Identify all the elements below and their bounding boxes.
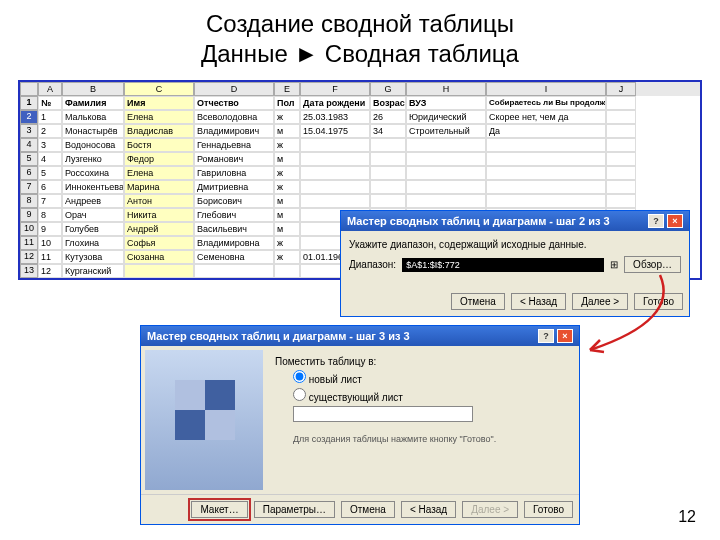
back-button[interactable]: < Назад [401, 501, 456, 518]
col-E[interactable]: E [274, 82, 300, 96]
destination-input[interactable] [293, 406, 473, 422]
table-row: 7 6 Иннокентьева Марина Дмитриевна ж [20, 180, 700, 194]
dialog-title-text: Мастер сводных таблиц и диаграмм - шаг 2… [347, 215, 610, 227]
dialog-titlebar[interactable]: Мастер сводных таблиц и диаграмм - шаг 2… [341, 211, 689, 231]
hint-text: Для создания таблицы нажмите кнопку "Гот… [293, 434, 571, 444]
col-F[interactable]: F [300, 82, 370, 96]
wizard-image [145, 350, 263, 490]
range-input[interactable]: $A$1:$I$:772 [402, 258, 604, 272]
params-button[interactable]: Параметры… [254, 501, 335, 518]
col-C[interactable]: C [124, 82, 194, 96]
next-button[interactable]: Далее > [572, 293, 628, 310]
browse-button[interactable]: Обзор… [624, 256, 681, 273]
column-header-row: A B C D E F G H I J [20, 82, 700, 96]
next-button[interactable]: Далее > [462, 501, 518, 518]
col-B[interactable]: B [62, 82, 124, 96]
finish-button[interactable]: Готово [634, 293, 683, 310]
dialog-titlebar[interactable]: Мастер сводных таблиц и диаграмм - шаг 3… [141, 326, 579, 346]
layout-button[interactable]: Макет… [191, 501, 247, 518]
close-icon[interactable]: × [557, 329, 573, 343]
table-row: 8 7 Андреев Антон Борисович м [20, 194, 700, 208]
col-H[interactable]: H [406, 82, 486, 96]
table-row: 3 2 Монастырёв Владислав Владимирович м … [20, 124, 700, 138]
table-row: 5 4 Лузгенко Федор Романович м [20, 152, 700, 166]
help-icon[interactable]: ? [538, 329, 554, 343]
header-row: 1 № Фамилия Имя Отчество Пол Дата рожден… [20, 96, 700, 110]
table-row: 2 1 Малькова Елена Всеволодовна ж 25.03.… [20, 110, 700, 124]
dialog-title-text: Мастер сводных таблиц и диаграмм - шаг 3… [147, 330, 410, 342]
col-D[interactable]: D [194, 82, 274, 96]
range-label: Диапазон: [349, 259, 396, 270]
radio-existing-sheet[interactable] [293, 388, 306, 401]
place-label: Поместить таблицу в: [275, 356, 571, 367]
select-all-cell[interactable] [20, 82, 38, 96]
instruction-text: Укажите диапазон, содержащий исходные да… [349, 239, 681, 250]
finish-button[interactable]: Готово [524, 501, 573, 518]
radio-new-sheet[interactable] [293, 370, 306, 383]
cancel-button[interactable]: Отмена [341, 501, 395, 518]
page-title: Создание сводной таблицы [0, 0, 720, 40]
help-icon[interactable]: ? [648, 214, 664, 228]
col-G[interactable]: G [370, 82, 406, 96]
cancel-button[interactable]: Отмена [451, 293, 505, 310]
range-picker-icon[interactable]: ⊞ [610, 259, 618, 270]
back-button[interactable]: < Назад [511, 293, 566, 310]
wizard-step3-dialog: Мастер сводных таблиц и диаграмм - шаг 3… [140, 325, 580, 525]
close-icon[interactable]: × [667, 214, 683, 228]
table-row: 6 5 Россохина Елена Гавриловна ж [20, 166, 700, 180]
col-A[interactable]: A [38, 82, 62, 96]
page-number: 12 [678, 508, 696, 526]
table-row: 4 3 Водоносова Бостя Геннадьевна ж [20, 138, 700, 152]
col-J[interactable]: J [606, 82, 636, 96]
wizard-step2-dialog: Мастер сводных таблиц и диаграмм - шаг 2… [340, 210, 690, 317]
col-I[interactable]: I [486, 82, 606, 96]
page-subtitle: Данные ► Сводная таблица [0, 40, 720, 80]
